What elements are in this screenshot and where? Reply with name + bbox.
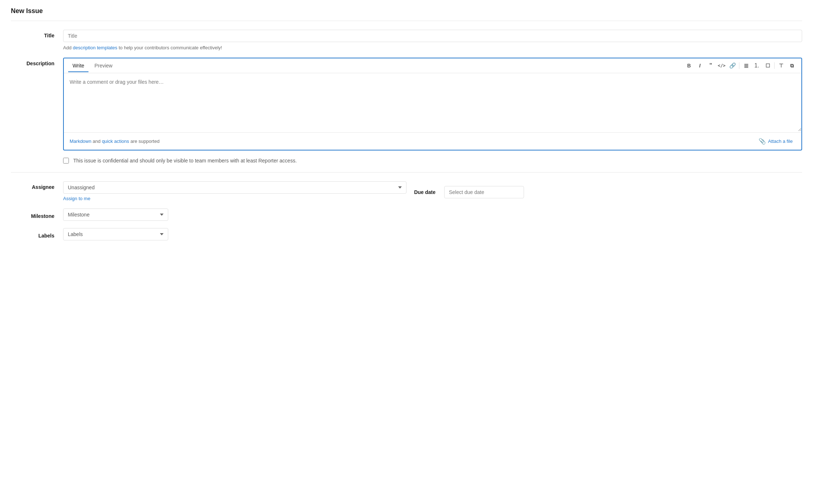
- unordered-list-button[interactable]: ≣: [741, 61, 751, 71]
- ordered-list-button[interactable]: 1.: [752, 61, 762, 71]
- duedate-col: Due date: [406, 181, 802, 201]
- title-label: Title: [11, 30, 54, 38]
- assign-to-me-button[interactable]: Assign to me: [63, 196, 90, 201]
- title-section: Title Add description templates to help …: [11, 30, 802, 50]
- description-templates-link[interactable]: description templates: [73, 45, 117, 50]
- description-hint: Add description templates to help your c…: [63, 45, 802, 50]
- milestone-section: Milestone Milestone: [11, 208, 802, 221]
- bottom-divider: [11, 172, 802, 173]
- description-content: Write Preview B I " </> 🔗 ≣ 1. ☐ ⊤ ⧉: [63, 58, 802, 150]
- bold-button[interactable]: B: [684, 61, 694, 71]
- markdown-link[interactable]: Markdown: [70, 139, 91, 144]
- confidential-section: This issue is confidential and should on…: [11, 158, 802, 164]
- milestone-content: Milestone: [63, 208, 168, 221]
- labels-label: Labels: [11, 230, 54, 239]
- link-button[interactable]: 🔗: [727, 61, 738, 71]
- labels-dropdown[interactable]: Labels: [63, 228, 168, 240]
- description-label: Description: [11, 58, 54, 66]
- tab-preview[interactable]: Preview: [90, 59, 117, 72]
- description-textarea[interactable]: [64, 73, 801, 131]
- description-section: Description Write Preview B I " </> 🔗 ≣ …: [11, 58, 802, 150]
- toolbar-separator-1: [739, 62, 739, 69]
- editor-footer: Markdown and quick actions are supported…: [64, 132, 801, 150]
- quote-button[interactable]: ": [706, 61, 716, 71]
- title-input[interactable]: [63, 30, 802, 42]
- editor-footer-text: Markdown and quick actions are supported: [70, 139, 160, 144]
- table-button[interactable]: ⊤: [776, 61, 786, 71]
- fullscreen-button[interactable]: ⧉: [787, 61, 797, 71]
- assignee-duedate-row: Assignee Unassigned Assign to me Due dat…: [11, 181, 802, 201]
- tab-write[interactable]: Write: [68, 59, 88, 72]
- assignee-dropdown[interactable]: Unassigned: [63, 181, 406, 194]
- attach-file-button[interactable]: 📎 Attach a file: [756, 136, 796, 146]
- editor-toolbar: B I " </> 🔗 ≣ 1. ☐ ⊤ ⧉: [684, 58, 797, 73]
- quick-actions-link[interactable]: quick actions: [102, 139, 129, 144]
- page-title: New Issue: [11, 7, 802, 15]
- task-list-button[interactable]: ☐: [763, 61, 773, 71]
- due-date-label: Due date: [406, 189, 436, 195]
- due-date-input[interactable]: [444, 186, 524, 198]
- milestone-dropdown[interactable]: Milestone: [63, 208, 168, 221]
- confidential-label[interactable]: This issue is confidential and should on…: [73, 158, 297, 164]
- assignee-col: Assignee Unassigned Assign to me: [11, 181, 406, 201]
- attach-icon: 📎: [759, 138, 766, 145]
- milestone-label: Milestone: [11, 210, 54, 219]
- title-content: Add description templates to help your c…: [63, 30, 802, 50]
- description-editor: Write Preview B I " </> 🔗 ≣ 1. ☐ ⊤ ⧉: [63, 58, 802, 150]
- italic-button[interactable]: I: [695, 61, 705, 71]
- assignee-content: Unassigned Assign to me: [63, 181, 406, 201]
- top-divider: [11, 21, 802, 21]
- labels-section: Labels Labels: [11, 228, 802, 240]
- code-button[interactable]: </>: [717, 61, 727, 71]
- toolbar-separator-2: [774, 62, 775, 69]
- editor-tabs-bar: Write Preview B I " </> 🔗 ≣ 1. ☐ ⊤ ⧉: [64, 58, 801, 73]
- labels-content: Labels: [63, 228, 168, 240]
- confidential-checkbox[interactable]: [63, 158, 69, 164]
- assignee-label: Assignee: [11, 181, 54, 190]
